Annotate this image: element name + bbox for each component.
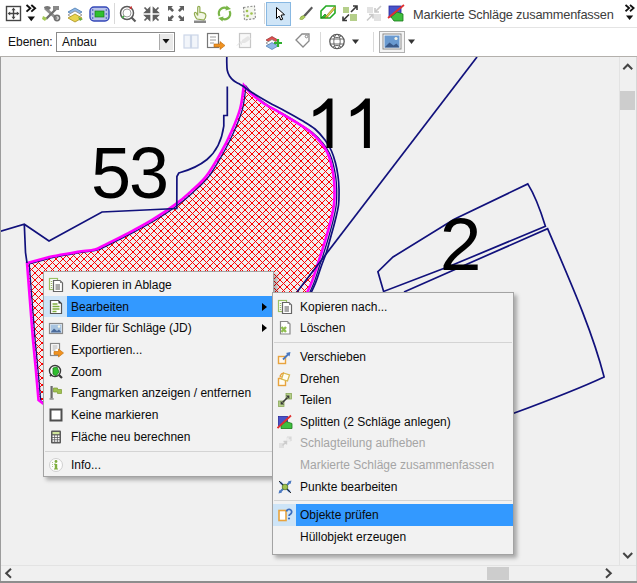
- svg-text:2: 2: [440, 202, 482, 286]
- svg-text:53: 53: [91, 133, 167, 213]
